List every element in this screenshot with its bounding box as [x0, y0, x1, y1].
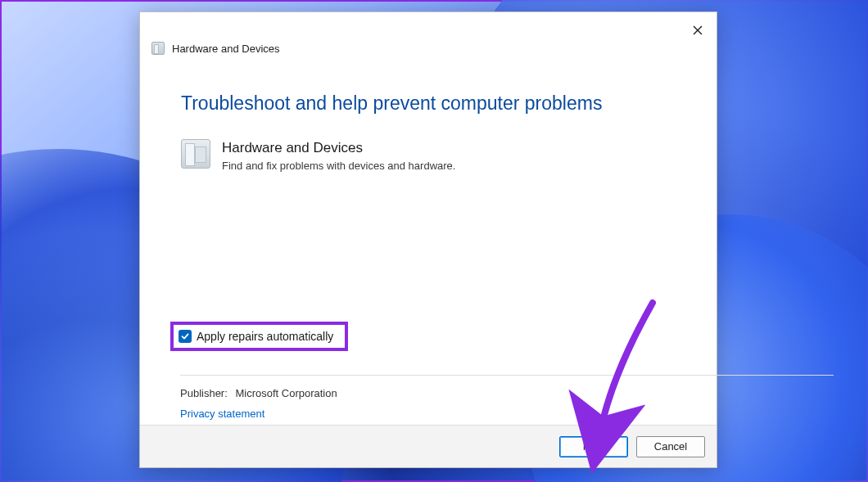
publisher-value: Microsoft Corporation [235, 387, 337, 399]
publisher-label: Publisher: [180, 387, 228, 399]
apply-repairs-label: Apply repairs automatically [197, 330, 333, 343]
window-title: Hardware and Devices [172, 43, 280, 55]
troubleshooter-item: Hardware and Devices Find and fix proble… [181, 139, 676, 172]
cancel-button[interactable]: Cancel [636, 436, 705, 457]
dialog-footer: Next Cancel [140, 425, 717, 467]
desktop-background: Hardware and Devices Troubleshoot and he… [0, 0, 868, 482]
hardware-devices-icon [151, 42, 165, 55]
close-icon [693, 25, 703, 35]
checkmark-icon [181, 332, 189, 340]
apply-repairs-checkbox[interactable] [179, 330, 192, 343]
page-heading: Troubleshoot and help prevent computer p… [181, 92, 676, 115]
apply-repairs-checkbox-row[interactable]: Apply repairs automatically [170, 322, 348, 351]
dialog-header: Hardware and Devices [140, 12, 717, 53]
close-button[interactable] [685, 19, 710, 42]
dialog-body: Troubleshoot and help prevent computer p… [140, 53, 717, 425]
next-button[interactable]: Next [559, 436, 628, 457]
hardware-devices-icon [181, 139, 210, 169]
item-description: Find and fix problems with devices and h… [222, 160, 455, 172]
publisher-section: Publisher: Microsoft Corporation Privacy… [180, 375, 834, 420]
item-title: Hardware and Devices [222, 139, 455, 157]
privacy-statement-link[interactable]: Privacy statement [180, 408, 264, 420]
